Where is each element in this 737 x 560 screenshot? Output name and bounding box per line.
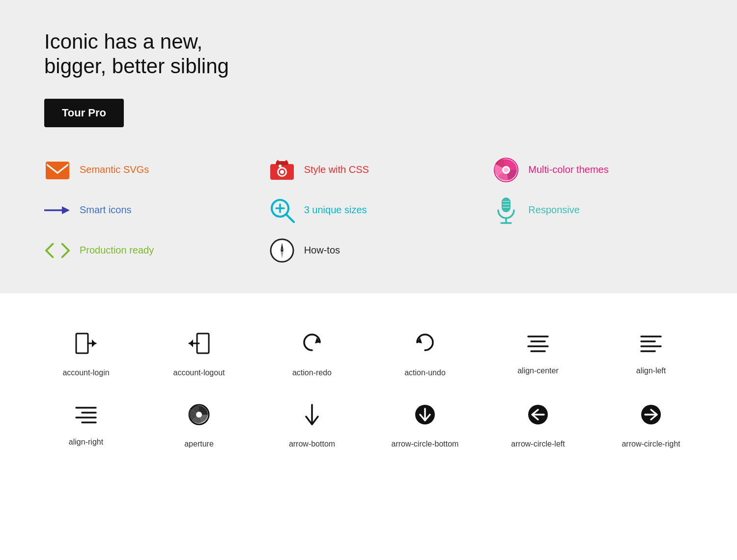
svg-rect-3 xyxy=(276,161,288,165)
hero-title: Iconic has a new, bigger, better sibling xyxy=(44,29,698,79)
search-plus-icon xyxy=(269,197,295,224)
feature-semantic-svgs: Semantic SVGs xyxy=(44,157,249,183)
icon-label-account-logout: account-logout xyxy=(173,368,225,377)
account-login-symbol xyxy=(75,333,97,358)
svg-line-13 xyxy=(286,214,294,222)
icon-arrow-circle-right[interactable]: arrow-circle-right xyxy=(595,389,708,460)
camera-icon xyxy=(269,157,295,183)
svg-rect-0 xyxy=(46,162,69,179)
feature-label-style-css: Style with CSS xyxy=(304,164,369,175)
arrow-circle-left-symbol xyxy=(527,404,549,429)
feature-label-unique-sizes: 3 unique sizes xyxy=(304,204,367,216)
microphone-icon xyxy=(493,197,519,224)
icon-label-arrow-circle-left: arrow-circle-left xyxy=(511,440,565,448)
icon-align-right[interactable]: align-right xyxy=(29,389,142,460)
arrow-circle-bottom-symbol xyxy=(414,404,436,429)
svg-rect-16 xyxy=(502,197,510,212)
arrow-circle-right-symbol xyxy=(640,404,662,429)
compass-icon xyxy=(269,237,295,264)
action-undo-symbol xyxy=(414,333,436,358)
feature-label-smart-icons: Smart icons xyxy=(80,204,132,216)
feature-how-tos: How-tos xyxy=(269,237,474,264)
aperture-symbol xyxy=(188,404,210,429)
svg-point-7 xyxy=(279,165,282,168)
icons-section: account-login account-logout action-redo xyxy=(0,293,737,485)
hero-section: Iconic has a new, bigger, better sibling… xyxy=(0,0,737,293)
icon-action-undo[interactable]: action-undo xyxy=(368,318,482,389)
icons-row-2: align-right aperture xyxy=(29,389,708,460)
icon-label-arrow-circle-bottom: arrow-circle-bottom xyxy=(392,440,459,448)
icons-row-1: account-login account-logout action-redo xyxy=(29,318,708,389)
feature-label-production-ready: Production ready xyxy=(80,245,154,256)
icon-label-align-right: align-right xyxy=(69,438,103,447)
feature-label-how-tos: How-tos xyxy=(304,245,340,256)
svg-point-10 xyxy=(504,168,509,172)
feature-style-css: Style with CSS xyxy=(269,157,474,183)
icon-label-align-left: align-left xyxy=(636,366,666,375)
icon-label-action-undo: action-undo xyxy=(404,368,446,377)
icon-align-left[interactable]: align-left xyxy=(595,318,708,389)
feature-label-multicolor: Multi-color themes xyxy=(528,164,608,175)
icon-account-login[interactable]: account-login xyxy=(29,318,142,389)
icon-aperture[interactable]: aperture xyxy=(142,389,255,460)
feature-smart-icons: Smart icons xyxy=(44,197,249,224)
svg-rect-24 xyxy=(76,334,88,353)
icon-arrow-bottom[interactable]: arrow-bottom xyxy=(255,389,368,460)
aperture-pink-icon xyxy=(493,157,519,183)
icon-arrow-circle-bottom[interactable]: arrow-circle-bottom xyxy=(368,389,482,460)
align-right-symbol xyxy=(75,406,97,427)
action-redo-symbol xyxy=(301,333,323,358)
tour-pro-button[interactable]: Tour Pro xyxy=(44,99,124,127)
account-logout-symbol xyxy=(188,333,210,358)
icon-label-arrow-circle-right: arrow-circle-right xyxy=(622,440,680,448)
icon-label-aperture: aperture xyxy=(184,440,214,448)
feature-multicolor: Multi-color themes xyxy=(493,157,698,183)
svg-point-6 xyxy=(280,170,284,174)
icon-label-account-login: account-login xyxy=(62,368,109,377)
arrow-bottom-symbol xyxy=(305,404,319,429)
feature-production-ready: Production ready xyxy=(44,237,249,264)
arrow-right-icon xyxy=(44,197,71,224)
envelope-icon xyxy=(44,157,71,183)
feature-label-responsive: Responsive xyxy=(528,204,580,216)
code-icon xyxy=(44,237,71,264)
icon-label-action-redo: action-redo xyxy=(292,368,332,377)
icon-action-redo[interactable]: action-redo xyxy=(255,318,368,389)
feature-unique-sizes: 3 unique sizes xyxy=(269,197,474,224)
align-center-symbol xyxy=(527,335,549,356)
features-grid: Semantic SVGs Style with CSS xyxy=(44,157,698,264)
icon-align-center[interactable]: align-center xyxy=(482,318,595,389)
icon-account-logout[interactable]: account-logout xyxy=(142,318,255,389)
feature-responsive: Responsive xyxy=(493,197,698,224)
icon-label-arrow-bottom: arrow-bottom xyxy=(289,440,335,448)
icon-label-align-center: align-center xyxy=(517,366,559,375)
svg-point-41 xyxy=(196,412,202,418)
icon-arrow-circle-left[interactable]: arrow-circle-left xyxy=(482,389,595,460)
feature-label-semantic-svgs: Semantic SVGs xyxy=(80,164,149,175)
align-left-symbol xyxy=(640,335,662,356)
